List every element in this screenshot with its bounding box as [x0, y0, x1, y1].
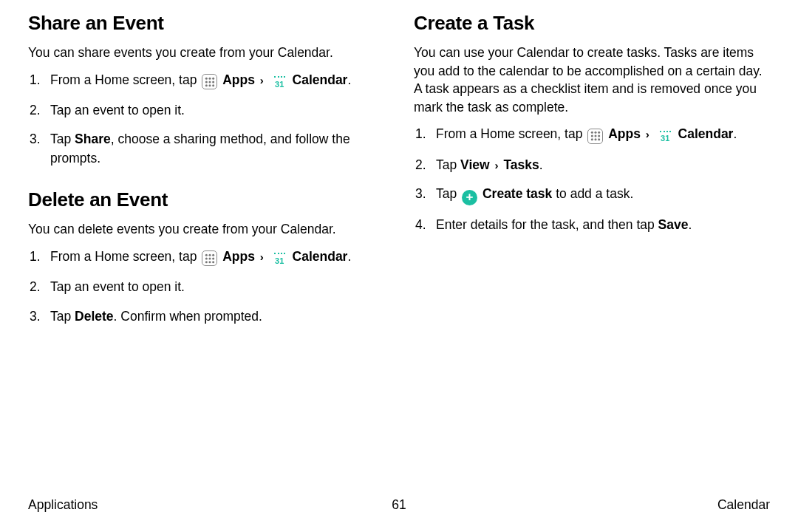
footer-left: Applications: [28, 497, 98, 513]
page-columns: Share an Event You can share events you …: [28, 9, 770, 336]
footer-right: Calendar: [717, 497, 770, 513]
svg-point-0: [205, 77, 208, 79]
svg-point-5: [212, 81, 214, 83]
svg-point-14: [212, 257, 214, 259]
period: .: [688, 217, 692, 232]
period: .: [733, 126, 737, 141]
create-task-lead: You can use your Calendar to create task…: [414, 44, 770, 116]
apps-icon: [202, 74, 217, 89]
period: .: [347, 72, 351, 87]
svg-point-21: [591, 134, 593, 137]
calendar-label: Calendar: [293, 249, 348, 264]
step-text: Tap: [50, 132, 75, 146]
share-step-3: Tap Share, choose a sharing method, and …: [28, 130, 384, 168]
delete-event-lead: You can delete events you create from yo…: [28, 220, 384, 239]
svg-point-17: [212, 261, 214, 263]
svg-point-16: [208, 261, 211, 263]
tasks-bold: Tasks: [503, 157, 539, 172]
calendar-label: Calendar: [293, 72, 348, 87]
svg-point-15: [205, 261, 208, 263]
share-step-1: From a Home screen, tap Apps › 31 Calend…: [28, 71, 384, 92]
share-event-lead: You can share events you create from you…: [28, 44, 384, 62]
apps-icon: [587, 129, 603, 144]
delete-bold: Delete: [75, 309, 114, 324]
chevron-right-icon: ›: [260, 250, 264, 263]
task-step-2: Tap View › Tasks.: [414, 156, 770, 174]
save-bold: Save: [658, 217, 689, 232]
delete-step-1: From a Home screen, tap Apps › 31 Calend…: [28, 248, 384, 268]
svg-point-19: [594, 132, 596, 134]
svg-point-25: [594, 138, 596, 140]
step-text: From a Home screen, tap: [50, 249, 200, 264]
svg-point-12: [205, 257, 208, 259]
calendar-icon: 31: [272, 252, 287, 267]
svg-point-2: [212, 77, 214, 79]
svg-point-8: [212, 84, 214, 86]
task-step-4: Enter details for the task, and then tap…: [414, 216, 770, 234]
share-event-steps: From a Home screen, tap Apps › 31 Calend…: [28, 71, 384, 168]
svg-point-24: [591, 138, 593, 140]
period: .: [347, 249, 351, 264]
share-step-2: Tap an event to open it.: [28, 101, 384, 120]
svg-point-20: [598, 132, 600, 134]
step-text: Enter details for the task, and then tap: [436, 217, 658, 232]
delete-event-heading: Delete an Event: [28, 188, 384, 211]
calendar-icon: 31: [272, 75, 287, 91]
share-event-heading: Share an Event: [28, 12, 384, 35]
step-text: Tap: [436, 157, 460, 172]
create-task-steps: From a Home screen, tap Apps › 31 Calend…: [414, 125, 770, 234]
delete-event-steps: From a Home screen, tap Apps › 31 Calend…: [28, 248, 384, 326]
svg-point-13: [208, 257, 211, 259]
plus-icon: +: [462, 190, 477, 205]
step-text: . Confirm when prompted.: [114, 309, 262, 324]
view-bold: View: [460, 157, 490, 172]
svg-point-26: [598, 138, 600, 140]
period: .: [539, 157, 543, 172]
step-text: From a Home screen, tap: [436, 126, 586, 141]
calendar-icon: 31: [658, 130, 673, 146]
svg-point-6: [205, 84, 208, 86]
svg-point-7: [208, 84, 211, 86]
step-text: From a Home screen, tap: [50, 72, 200, 87]
delete-step-2: Tap an event to open it.: [28, 278, 384, 296]
share-bold: Share: [75, 132, 111, 146]
chevron-right-icon: ›: [646, 128, 649, 140]
create-task-bold: Create task: [482, 186, 552, 201]
svg-point-23: [598, 134, 600, 137]
delete-step-3: Tap Delete. Confirm when prompted.: [28, 307, 384, 326]
svg-point-22: [594, 134, 596, 137]
right-column: Create a Task You can use your Calendar …: [414, 9, 770, 336]
svg-point-4: [208, 81, 211, 83]
left-column: Share an Event You can share events you …: [28, 9, 384, 336]
svg-point-10: [208, 253, 211, 256]
footer-page-number: 61: [392, 497, 406, 513]
apps-label: Apps: [222, 249, 255, 264]
task-step-3: Tap + Create task to add a task.: [414, 185, 770, 205]
svg-point-18: [591, 132, 593, 134]
task-step-1: From a Home screen, tap Apps › 31 Calend…: [414, 125, 770, 146]
chevron-right-icon: ›: [495, 159, 499, 171]
svg-point-3: [205, 81, 208, 83]
step-text: Tap: [50, 309, 75, 324]
apps-label: Apps: [608, 126, 641, 141]
svg-point-1: [208, 77, 211, 79]
create-task-heading: Create a Task: [414, 12, 770, 35]
chevron-right-icon: ›: [260, 74, 264, 86]
svg-point-11: [212, 253, 214, 256]
step-text: to add a task.: [552, 186, 633, 201]
apps-icon: [202, 250, 217, 266]
page-footer: Applications 61 Calendar: [28, 497, 770, 513]
step-text: Tap: [436, 186, 460, 201]
svg-point-9: [205, 253, 208, 256]
calendar-label: Calendar: [678, 126, 734, 141]
apps-label: Apps: [222, 72, 255, 87]
